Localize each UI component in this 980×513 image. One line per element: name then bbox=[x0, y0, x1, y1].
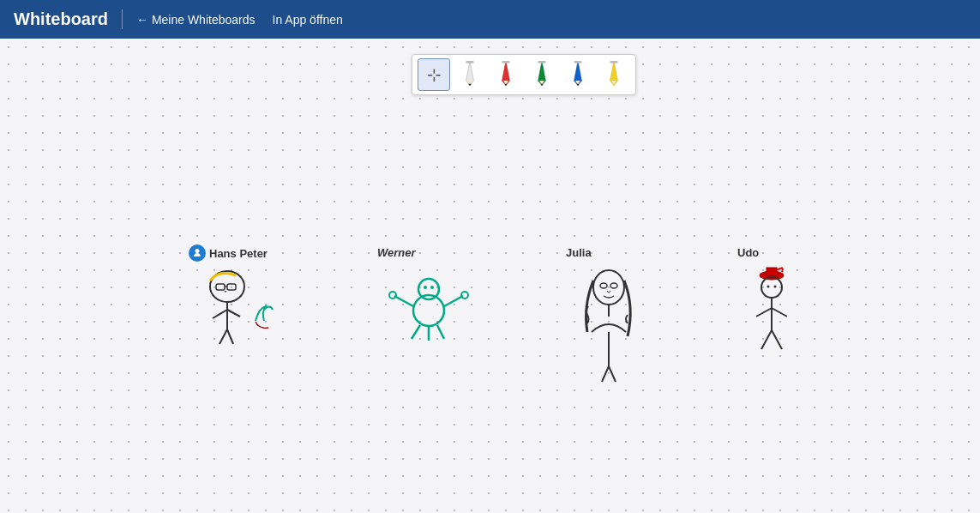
svg-point-50 bbox=[767, 286, 770, 288]
label-hans-peter: Hans Peter bbox=[209, 247, 268, 260]
svg-line-27 bbox=[219, 329, 227, 344]
move-icon: ⊹ bbox=[427, 64, 442, 85]
label-werner: Werner bbox=[377, 246, 416, 259]
drawing-hans-peter: Hans Peter bbox=[189, 244, 292, 354]
label-udo: Udo bbox=[737, 246, 759, 259]
drawing-hans-peter-svg bbox=[189, 265, 292, 351]
svg-rect-3 bbox=[466, 61, 474, 63]
svg-line-28 bbox=[227, 329, 233, 344]
svg-line-34 bbox=[444, 296, 463, 306]
toolbar: ⊹ bbox=[412, 54, 636, 95]
svg-point-51 bbox=[774, 286, 777, 288]
svg-line-37 bbox=[412, 325, 420, 339]
open-app-link[interactable]: In App öffnen bbox=[273, 13, 343, 27]
drawing-udo: Udo bbox=[737, 244, 806, 370]
pencil-green-icon bbox=[532, 61, 552, 88]
drawing-udo-svg bbox=[737, 263, 806, 366]
svg-rect-22 bbox=[227, 284, 236, 290]
drawing-julia-svg bbox=[566, 263, 652, 383]
move-tool[interactable]: ⊹ bbox=[418, 58, 450, 91]
svg-line-46 bbox=[609, 366, 616, 382]
svg-point-35 bbox=[389, 292, 396, 299]
header: Whiteboard ← Meine Whiteboards In App öf… bbox=[0, 0, 980, 39]
svg-point-36 bbox=[461, 292, 468, 299]
svg-line-39 bbox=[437, 325, 444, 339]
svg-point-31 bbox=[424, 286, 427, 289]
svg-marker-6 bbox=[504, 84, 508, 87]
svg-point-49 bbox=[761, 277, 782, 298]
svg-line-56 bbox=[772, 330, 782, 349]
drawing-julia: Julia bbox=[566, 244, 652, 387]
app-title: Whiteboard bbox=[14, 9, 123, 29]
svg-marker-10 bbox=[540, 84, 544, 87]
back-link[interactable]: ← Meine Whiteboards bbox=[136, 13, 256, 27]
label-julia: Julia bbox=[566, 246, 592, 259]
svg-rect-11 bbox=[538, 61, 546, 63]
pencil-black-tool[interactable] bbox=[454, 58, 486, 91]
pencil-black-icon bbox=[460, 61, 480, 88]
svg-point-30 bbox=[418, 279, 439, 299]
drawing-werner-svg bbox=[377, 263, 480, 349]
svg-line-26 bbox=[227, 310, 240, 317]
svg-point-42 bbox=[610, 283, 617, 288]
svg-line-55 bbox=[761, 330, 772, 349]
svg-line-54 bbox=[772, 308, 787, 317]
svg-point-41 bbox=[600, 283, 607, 288]
svg-marker-14 bbox=[576, 84, 580, 87]
avatar-hans-peter bbox=[189, 244, 206, 262]
svg-rect-19 bbox=[610, 61, 618, 63]
svg-rect-21 bbox=[216, 284, 225, 290]
svg-point-32 bbox=[430, 286, 434, 289]
canvas-area[interactable]: ⊹ bbox=[0, 39, 980, 513]
eraser-tool[interactable] bbox=[598, 58, 630, 91]
svg-rect-15 bbox=[574, 61, 582, 63]
eraser-icon bbox=[604, 61, 624, 88]
svg-rect-48 bbox=[767, 268, 777, 276]
pencil-red-tool[interactable] bbox=[490, 58, 522, 91]
svg-line-25 bbox=[213, 310, 227, 318]
svg-rect-7 bbox=[502, 61, 510, 63]
pencil-red-icon bbox=[496, 61, 516, 88]
drawing-werner: Werner bbox=[377, 244, 480, 353]
svg-line-53 bbox=[756, 308, 772, 317]
pencil-blue-icon bbox=[568, 61, 588, 88]
pencil-blue-tool[interactable] bbox=[562, 58, 594, 91]
svg-marker-2 bbox=[468, 84, 472, 87]
svg-point-40 bbox=[593, 270, 624, 305]
svg-marker-18 bbox=[612, 84, 616, 87]
svg-line-45 bbox=[602, 366, 609, 382]
svg-line-33 bbox=[394, 296, 413, 306]
pencil-green-tool[interactable] bbox=[526, 58, 558, 91]
